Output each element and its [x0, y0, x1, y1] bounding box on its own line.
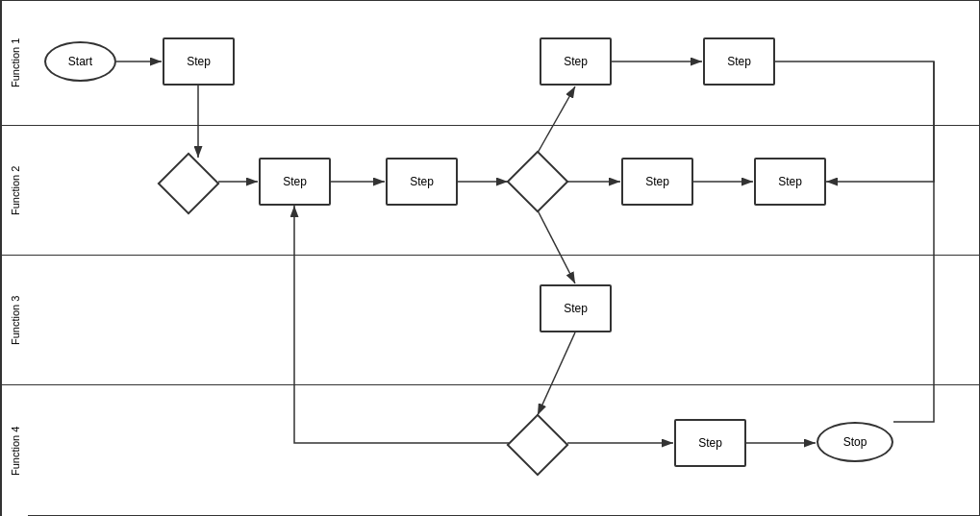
step7-shape: Step — [754, 158, 826, 206]
diagram-container: Function 1 Function 2 Function 3 Functio… — [0, 0, 980, 516]
swim-lane-1: Function 1 — [1, 1, 979, 126]
step6-shape: Step — [621, 158, 693, 206]
step9-shape: Step — [674, 419, 746, 467]
lane-label-1: Function 1 — [1, 1, 28, 125]
step4-shape: Step — [259, 158, 331, 206]
swim-lane-3: Function 3 — [1, 256, 979, 385]
diamond1-shape — [160, 155, 217, 212]
lane-label-2: Function 2 — [1, 126, 28, 255]
lane-content-3 — [28, 256, 979, 384]
lane-label-4: Function 4 — [1, 385, 28, 516]
diamond3-shape — [509, 416, 566, 474]
step5-shape: Step — [386, 158, 458, 206]
swim-lane-2: Function 2 — [1, 126, 979, 256]
step3-shape: Step — [703, 37, 775, 86]
diamond2-shape — [509, 153, 566, 210]
step1-shape: Step — [163, 37, 235, 86]
step8-shape: Step — [540, 284, 612, 332]
stop-shape: Stop — [817, 422, 893, 462]
step2-shape: Step — [540, 37, 612, 86]
start-shape: Start — [44, 41, 116, 82]
lane-label-3: Function 3 — [1, 256, 28, 384]
